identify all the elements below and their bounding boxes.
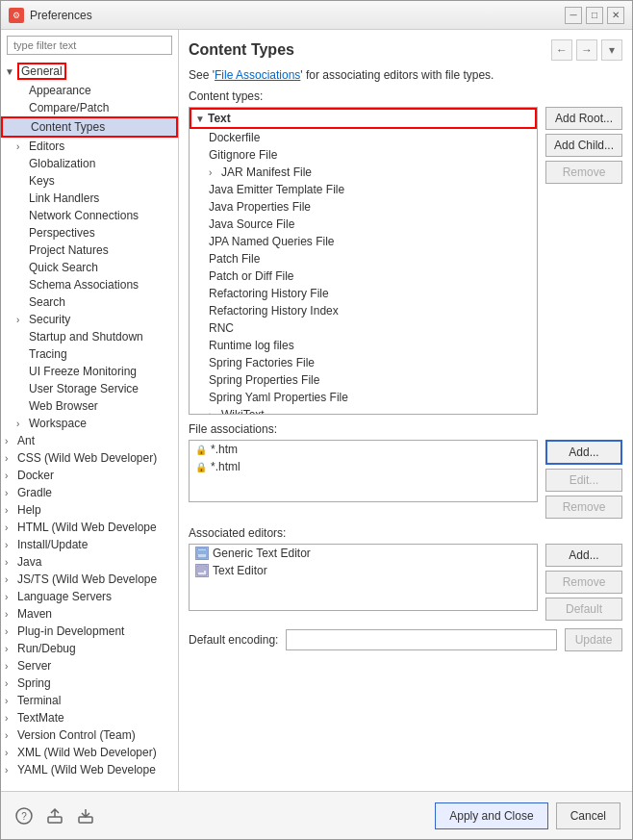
sidebar-item-search[interactable]: Search	[1, 293, 178, 311]
sidebar-label-css-wwd: CSS (Wild Web Developer)	[17, 451, 157, 465]
sidebar-item-gradle[interactable]: › Gradle	[1, 484, 178, 501]
sidebar-item-compare-patch[interactable]: Compare/Patch	[1, 99, 178, 116]
type-wikitext[interactable]: › WikiText	[190, 406, 537, 415]
sidebar-item-perspectives[interactable]: Perspectives	[1, 224, 178, 242]
default-editor-button[interactable]: Default	[545, 598, 622, 621]
forward-button[interactable]: →	[576, 39, 597, 61]
sidebar-item-css-wwd[interactable]: › CSS (Wild Web Developer)	[1, 449, 178, 467]
encoding-section: Default encoding: Update	[189, 628, 622, 651]
sidebar-item-server[interactable]: › Server	[1, 657, 178, 675]
type-jar-manifest[interactable]: › JAR Manifest File	[190, 164, 537, 181]
panel-toolbar: ← → ▾	[551, 39, 622, 61]
update-encoding-button[interactable]: Update	[565, 628, 622, 651]
import-icon-button[interactable]	[74, 804, 97, 827]
sidebar-item-html-wwd[interactable]: › HTML (Wild Web Develope	[1, 519, 178, 536]
assoc-item-html[interactable]: 🔒 *.html	[190, 458, 537, 475]
editor-item-text[interactable]: Text Editor	[190, 562, 537, 579]
type-patch-file[interactable]: Patch File	[190, 250, 537, 267]
help-icon-button[interactable]: ?	[13, 804, 36, 827]
type-spring-yaml[interactable]: Spring Yaml Properties File	[190, 389, 537, 406]
sidebar-item-version-control[interactable]: › Version Control (Team)	[1, 726, 178, 744]
close-button[interactable]: ✕	[607, 7, 624, 24]
type-java-emitter[interactable]: Java Emitter Template File	[190, 181, 537, 198]
sidebar-item-schema-assoc[interactable]: Schema Associations	[1, 276, 178, 293]
remove-assoc-button[interactable]: Remove	[545, 496, 622, 519]
sidebar-item-yaml-wwd[interactable]: › YAML (Wild Web Develope	[1, 761, 178, 778]
type-rnc-label: RNC	[209, 321, 234, 335]
sidebar-item-appearance[interactable]: Appearance	[1, 82, 178, 99]
sidebar-item-ant[interactable]: › Ant	[1, 432, 178, 449]
sidebar-item-globalization[interactable]: Globalization	[1, 155, 178, 172]
sidebar-item-jsts-wwd[interactable]: › JS/TS (Wild Web Develope	[1, 571, 178, 588]
sidebar-item-docker[interactable]: › Docker	[1, 467, 178, 484]
type-java-properties-label: Java Properties File	[209, 200, 311, 214]
sidebar-item-network-connections[interactable]: Network Connections	[1, 207, 178, 224]
sidebar-item-ui-freeze[interactable]: UI Freeze Monitoring	[1, 363, 178, 380]
file-associations-link[interactable]: File Associations	[215, 68, 300, 82]
filter-input[interactable]	[7, 36, 172, 55]
sidebar-item-editors[interactable]: › Editors	[1, 138, 178, 155]
apply-close-button[interactable]: Apply and Close	[435, 802, 547, 829]
sidebar-label-web-browser: Web Browser	[29, 399, 98, 413]
minimize-button[interactable]: ─	[565, 7, 582, 24]
sidebar-item-run-debug[interactable]: › Run/Debug	[1, 640, 178, 657]
type-text-label: Text	[208, 112, 231, 125]
type-text[interactable]: ▼ Text	[190, 108, 537, 129]
sidebar-item-security[interactable]: › Security	[1, 311, 178, 328]
remove-editor-button[interactable]: Remove	[545, 571, 622, 594]
sidebar-item-project-natures[interactable]: Project Natures	[1, 242, 178, 259]
sidebar-item-quick-search[interactable]: Quick Search	[1, 259, 178, 276]
type-gitignore[interactable]: Gitignore File	[190, 146, 537, 164]
sidebar-item-keys[interactable]: Keys	[1, 172, 178, 190]
type-refactoring-index[interactable]: Refactoring History Index	[190, 302, 537, 319]
sidebar-item-terminal[interactable]: › Terminal	[1, 692, 178, 709]
export-icon-button[interactable]	[43, 804, 66, 827]
panel-header: Content Types ← → ▾	[189, 39, 622, 61]
assoc-item-htm[interactable]: 🔒 *.htm	[190, 441, 537, 458]
sidebar-item-language-servers[interactable]: › Language Servers	[1, 588, 178, 605]
add-root-button[interactable]: Add Root...	[545, 107, 622, 130]
sidebar-item-java[interactable]: › Java	[1, 553, 178, 571]
maximize-button[interactable]: □	[586, 7, 603, 24]
encoding-input[interactable]	[286, 629, 557, 650]
back-button[interactable]: ←	[551, 39, 572, 61]
sidebar-item-install-update[interactable]: › Install/Update	[1, 536, 178, 553]
sidebar-item-plugin-dev[interactable]: › Plug-in Development	[1, 623, 178, 640]
type-runtime-log[interactable]: Runtime log files	[190, 337, 537, 354]
sidebar-item-workspace[interactable]: › Workspace	[1, 415, 178, 432]
type-java-source[interactable]: Java Source File	[190, 216, 537, 233]
sidebar-item-general[interactable]: ▼ General	[1, 61, 178, 82]
type-patch-diff[interactable]: Patch or Diff File	[190, 267, 537, 285]
add-assoc-button[interactable]: Add...	[545, 440, 622, 465]
sidebar-item-textmate[interactable]: › TextMate	[1, 709, 178, 726]
sidebar-item-help[interactable]: › Help	[1, 501, 178, 519]
sidebar-item-spring[interactable]: › Spring	[1, 675, 178, 692]
type-rnc[interactable]: RNC	[190, 319, 537, 337]
editor-icon-text	[195, 564, 209, 577]
type-spring-factories[interactable]: Spring Factories File	[190, 354, 537, 371]
sidebar-item-content-types[interactable]: Content Types	[1, 116, 178, 138]
editor-item-generic[interactable]: Generic Text Editor	[190, 545, 537, 562]
type-patch-diff-label: Patch or Diff File	[209, 269, 293, 283]
cancel-button[interactable]: Cancel	[556, 802, 620, 829]
sidebar-item-maven[interactable]: › Maven	[1, 605, 178, 623]
type-dockerfile[interactable]: Dockerfile	[190, 129, 537, 146]
add-editor-button[interactable]: Add...	[545, 544, 622, 567]
expand-icon-editors: ›	[16, 141, 26, 152]
sidebar-item-tracing[interactable]: Tracing	[1, 345, 178, 363]
sidebar-item-startup-shutdown[interactable]: Startup and Shutdown	[1, 328, 178, 345]
type-java-properties[interactable]: Java Properties File	[190, 198, 537, 216]
sidebar-item-web-browser[interactable]: Web Browser	[1, 397, 178, 415]
sidebar-item-user-storage[interactable]: User Storage Service	[1, 380, 178, 397]
sidebar-item-xml-wwd[interactable]: › XML (Wild Web Developer)	[1, 744, 178, 761]
edit-assoc-button[interactable]: Edit...	[545, 469, 622, 492]
assoc-pattern-htm: *.htm	[211, 443, 238, 456]
type-refactoring-history[interactable]: Refactoring History File	[190, 285, 537, 302]
sidebar-item-link-handlers[interactable]: Link Handlers	[1, 190, 178, 207]
menu-button[interactable]: ▾	[601, 39, 622, 61]
add-child-button[interactable]: Add Child...	[545, 134, 622, 157]
type-spring-properties[interactable]: Spring Properties File	[190, 371, 537, 389]
remove-type-button[interactable]: Remove	[545, 161, 622, 184]
type-jpa-named[interactable]: JPA Named Queries File	[190, 233, 537, 250]
sidebar-label-perspectives: Perspectives	[29, 226, 95, 240]
